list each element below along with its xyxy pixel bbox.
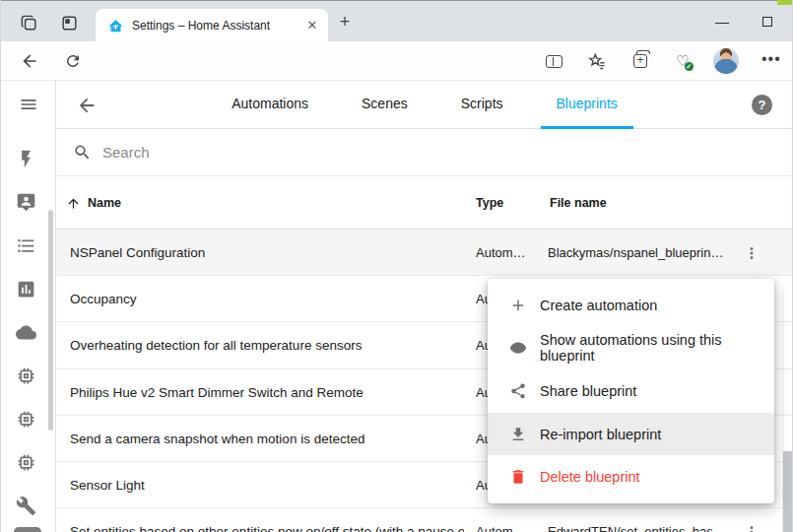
window-maximize-button[interactable] [753, 11, 782, 33]
window-minimize-button[interactable]: — [707, 11, 737, 33]
row-name: Sensor Light [70, 462, 145, 508]
sidebar-partial-icon [14, 527, 41, 532]
chip-icon [16, 366, 36, 386]
tab-scenes[interactable]: Scenes [346, 81, 424, 129]
plus-icon [509, 297, 527, 314]
download-icon [509, 426, 527, 443]
row-type: Autom… [476, 508, 541, 532]
back-button[interactable] [19, 50, 40, 72]
row-name: NSPanel Configuration [70, 230, 205, 276]
sidebar-item-account-marker[interactable] [0, 180, 51, 224]
search-icon [73, 143, 92, 162]
ha-header: AutomationsScenesScriptsBlueprints ? [56, 81, 793, 129]
cloud-icon [16, 322, 36, 343]
collections-icon[interactable]: + [629, 50, 651, 72]
sidebar-item-wrench[interactable] [0, 484, 51, 527]
list-icon [16, 235, 36, 256]
tab-scripts[interactable]: Scripts [445, 81, 519, 129]
table-row[interactable]: NSPanel Configuration Autom… Blackymas/n… [56, 230, 793, 276]
eye-icon [509, 339, 527, 357]
sidebar-item-chart-box[interactable] [0, 267, 51, 310]
settings-menu-icon[interactable]: ••• [761, 50, 781, 68]
window-left-edge [0, 0, 1, 532]
row-file: Blackymas/nspanel_blueprin… [548, 230, 735, 276]
sidebar-scrollbar[interactable] [48, 210, 53, 431]
column-header-file[interactable]: File name [550, 176, 607, 230]
blueprint-context-menu: Create automation Show automations using… [488, 279, 774, 503]
column-header-type[interactable]: Type [476, 176, 503, 230]
tab-actions-icon[interactable] [59, 13, 79, 33]
sidebar-item-cloud[interactable] [0, 310, 51, 354]
search-bar[interactable] [56, 129, 793, 176]
menu-item-share-blueprint[interactable]: Share blueprint [488, 369, 774, 413]
row-name: Overheating detection for all temperatur… [70, 322, 362, 368]
menu-item-delete-blueprint[interactable]: Delete blueprint [488, 455, 774, 499]
browser-essentials-icon[interactable]: ♡✓ [672, 50, 694, 72]
browser-tab[interactable]: Settings – Home Assistant ✕ [96, 9, 328, 42]
green-corner [777, 0, 793, 5]
account-marker-icon [16, 192, 36, 213]
menu-item-re-import-blueprint[interactable]: Re-import blueprint [488, 413, 774, 456]
row-overflow-menu-icon[interactable] [740, 230, 763, 276]
chip-icon [16, 452, 36, 473]
favorites-list-icon[interactable] [586, 50, 608, 72]
sidebar-item-chip[interactable] [0, 397, 51, 440]
workspaces-icon[interactable] [19, 13, 38, 33]
row-name: Philips Hue v2 Smart Dimmer Switch and R… [70, 369, 363, 416]
row-overflow-menu-icon[interactable] [740, 508, 763, 532]
refresh-button[interactable] [62, 50, 84, 72]
sidebar-item-chip[interactable] [0, 354, 51, 397]
tab-title: Settings – Home Assistant [132, 19, 304, 33]
new-tab-button[interactable]: + [335, 12, 355, 32]
chip-icon [16, 409, 36, 430]
menu-hamburger-icon[interactable] [18, 95, 39, 114]
home-assistant-favicon [107, 18, 124, 34]
column-header-name[interactable]: Name [66, 176, 121, 230]
browser-toolbar: Not secure | homeassistant.local:8123/..… [0, 41, 793, 81]
flash-icon [16, 149, 36, 169]
browser-tab-strip: Settings – Home Assistant ✕ + — [0, 0, 793, 41]
profile-avatar[interactable] [713, 48, 739, 74]
sidebar-item-chip[interactable] [0, 440, 51, 484]
wrench-icon [16, 496, 36, 516]
chart-box-icon [16, 279, 36, 299]
row-file: EdwardTEN/set_entities_bas… [548, 508, 735, 532]
sidebar-item-list[interactable] [0, 224, 51, 267]
menu-item-create-automation[interactable]: Create automation [488, 284, 774, 327]
table-row[interactable]: Set entities based on other entities new… [56, 508, 793, 532]
menu-item-show-automations-using-this-blueprint[interactable]: Show automations using this blueprint [488, 327, 774, 370]
sidebar-item-flash[interactable] [0, 137, 51, 180]
scrollbar-thumb[interactable] [783, 451, 792, 532]
tab-blueprints[interactable]: Blueprints [541, 81, 633, 129]
row-name: Occupancy [70, 276, 137, 322]
ha-sidebar [0, 81, 56, 532]
trash-icon [509, 468, 527, 486]
table-header: Name Type File name [56, 176, 793, 230]
share-icon [509, 382, 527, 400]
row-name: Send a camera snapshot when motion is de… [70, 416, 364, 462]
help-icon[interactable]: ? [752, 95, 772, 115]
row-name: Set entities based on other entities new… [70, 508, 464, 532]
sort-arrow-icon [66, 196, 81, 211]
tab-close-icon[interactable]: ✕ [304, 18, 320, 33]
search-input[interactable] [102, 144, 496, 161]
split-screen-icon[interactable] [543, 50, 564, 72]
row-type: Autom… [476, 230, 541, 276]
sidebar-icon-list [0, 137, 51, 527]
tab-automations[interactable]: Automations [216, 81, 324, 129]
ha-nav-tabs: AutomationsScenesScriptsBlueprints [56, 81, 793, 129]
